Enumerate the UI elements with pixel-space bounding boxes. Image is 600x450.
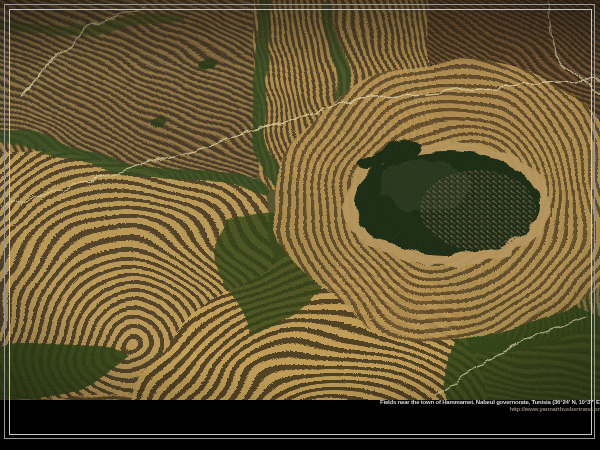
credit-url-text: http://www.yannarthusbertrand.org	[380, 406, 600, 412]
caption-text: Fields near the town of Hammamet, Nabeul…	[380, 399, 600, 406]
aerial-photo	[0, 0, 600, 400]
photo-caption: Fields near the town of Hammamet, Nabeul…	[380, 399, 600, 412]
wallpaper: Fields near the town of Hammamet, Nabeul…	[0, 0, 600, 450]
